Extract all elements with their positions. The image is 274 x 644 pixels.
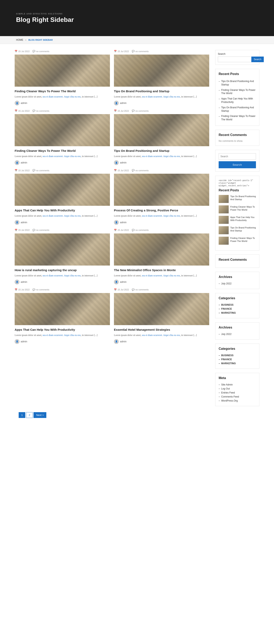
search-row: Search: [218, 56, 257, 62]
recent-post-link[interactable]: Finding Cleaner Ways To Power The World: [221, 114, 256, 121]
excerpt-link[interactable]: sea ei diam ocurreret. Atqui clita eu eo…: [142, 95, 180, 98]
post-title-link[interactable]: Apps That Can Help You With Productivity: [15, 328, 75, 331]
category-link-2[interactable]: MARKETING: [221, 362, 236, 365]
next-page-button[interactable]: Next >: [34, 412, 46, 418]
recent-post-link[interactable]: Finding Cleaner Ways To Power The World: [221, 88, 256, 95]
post-image: [15, 174, 110, 206]
post-meta: 📅 15 Jul 2022 💬 no comments: [15, 169, 110, 172]
post-title-link[interactable]: Finding Cleaner Ways To Power The World: [15, 90, 76, 93]
post-card: 📅 15 Jul 2022 💬 no comments Apps That Ca…: [15, 169, 110, 225]
excerpt-link[interactable]: sea ei diam ocurreret. Atqui clita eu eo…: [142, 214, 180, 217]
search-input[interactable]: [218, 56, 251, 62]
post-title-link[interactable]: Essential Hotel Management Strategies: [114, 328, 170, 331]
archive-link-2[interactable]: July 2022: [221, 333, 232, 336]
categories-title: Categories: [219, 296, 256, 300]
post-title: Tips On Brand Positioning and Startup: [114, 89, 209, 93]
post-image: [15, 234, 110, 266]
widget-post-link[interactable]: Tips On Brand Positioning And Startup: [230, 195, 256, 200]
comment-icon: 💬: [132, 288, 134, 291]
comment-icon: 💬: [32, 110, 35, 112]
excerpt-link[interactable]: sea ei diam ocurreret. Atqui clita eu eo…: [42, 274, 81, 277]
meta-list: Site AdminLog OutEntries FeedComments Fe…: [219, 383, 256, 403]
excerpt-link[interactable]: sea ei diam ocurreret. Atqui clita eu eo…: [42, 214, 81, 217]
post-image: [114, 54, 209, 87]
page-2-button[interactable]: 2: [26, 412, 33, 418]
excerpt-link[interactable]: sea ei diam ocurreret. Atqui clita eu eo…: [142, 274, 180, 277]
search-button[interactable]: Search: [251, 56, 264, 62]
breadcrumb-home[interactable]: HOME: [16, 38, 23, 41]
recent-post-link[interactable]: Tips On Brand Positioning And Startup: [221, 106, 256, 113]
search-button-2[interactable]: Search: [219, 161, 256, 168]
avatar: 👤: [15, 101, 20, 106]
excerpt-link[interactable]: sea ei diam ocurreret. Atqui clita eu eo…: [42, 155, 81, 158]
post-excerpt: Lorem ipsum dolor sit amet, sea ei diam …: [15, 214, 110, 218]
category-link-2[interactable]: BUSINESS: [221, 354, 234, 357]
archive-link[interactable]: July 2022: [221, 282, 232, 285]
page-1-button[interactable]: 1: [19, 412, 25, 418]
post-date: 📅 15 Jul 2022: [114, 229, 129, 232]
post-title-link[interactable]: Apps That Can Help You With Productivity: [15, 208, 75, 212]
avatar: 👤: [15, 160, 20, 165]
post-card: 📅 15 Jul 2022 💬 no comments Finding Clea…: [15, 50, 110, 106]
post-title-link[interactable]: Process Of Creating a Strong, Positive P…: [114, 208, 178, 212]
post-excerpt: Lorem ipsum dolor sit amet, sea ei diam …: [15, 154, 110, 158]
category-link[interactable]: MARKETING: [221, 312, 236, 314]
post-title: Finding Cleaner Ways To Power The World: [15, 148, 110, 153]
comment-icon: 💬: [32, 169, 35, 172]
post-author: 👤 admin: [15, 339, 110, 344]
breadcrumb: HOME » BLOG RIGHT SIDEBAR: [0, 36, 274, 44]
calendar-icon: 📅: [15, 288, 18, 291]
category-link[interactable]: FINANCE: [221, 308, 232, 310]
post-image: [15, 54, 110, 87]
post-card: 📅 15 Jul 2022 💬 no comments Tips On Bran…: [114, 50, 209, 106]
calendar-icon: 📅: [15, 169, 18, 172]
avatar: 👤: [114, 220, 119, 225]
post-excerpt: Lorem ipsum dolor sit amet, sea ei diam …: [114, 154, 209, 158]
post-title-link[interactable]: The New Minimalist Office Spaces in Mont…: [114, 268, 176, 272]
search-input-2[interactable]: [219, 153, 256, 160]
meta-link[interactable]: Comments Feed: [221, 395, 239, 398]
widget-post-link[interactable]: Finding Cleaner Ways To Power The World: [230, 206, 255, 211]
recent-comments-widget: Recent Comments No comments to show.: [215, 130, 259, 146]
excerpt-link[interactable]: sea ei diam ocurreret. Atqui clita eu eo…: [142, 155, 180, 158]
post-author: 👤 admin: [114, 101, 209, 106]
widget-post-title: Finding Cleaner Ways To Power The World: [230, 237, 256, 243]
comment-icon: 💬: [32, 50, 35, 52]
post-date: 📅 15 Jul 2022: [114, 50, 129, 52]
recent-post-link[interactable]: Apps That Can Help You With Productivity: [221, 97, 256, 104]
post-date: 📅 15 Jul 2022: [114, 288, 129, 291]
avatar: 👤: [15, 339, 20, 344]
categories-list: BUSINESSFINANCEMARKETING: [219, 303, 256, 315]
excerpt-link[interactable]: sea ei diam ocurreret. Atqui clita eu eo…: [42, 95, 81, 98]
meta-link[interactable]: WordPress.Org: [221, 399, 238, 402]
post-excerpt: Lorem ipsum dolor sit amet, sea ei diam …: [114, 333, 209, 337]
post-comments: 💬 no comments: [132, 110, 149, 112]
meta-link[interactable]: Site Admin: [221, 383, 233, 386]
avatar: 👤: [114, 339, 119, 344]
widget-post-link[interactable]: Finding Cleaner Ways To Power The World: [230, 237, 255, 242]
recent-comments-widget-2: Recent Comments: [215, 254, 259, 268]
post-title-link[interactable]: Tips On Brand Positioning and Startup: [114, 90, 169, 93]
post-title: Tips On Brand Positioning and Startup: [114, 148, 209, 153]
widget-post-link[interactable]: Apps That Can Help You With Productivity: [230, 216, 254, 222]
meta-link[interactable]: Log Out: [221, 387, 230, 390]
category-link-2[interactable]: FINANCE: [221, 358, 232, 361]
categories-title-2: Categories: [219, 347, 256, 350]
post-card: 📅 15 Jul 2022 💬 no comments Tips On Bran…: [114, 110, 209, 165]
excerpt-link[interactable]: sea ei diam ocurreret. Atqui clita eu eo…: [142, 334, 180, 336]
post-meta: 📅 15 Jul 2022 💬 no comments: [15, 50, 110, 52]
comment-icon: 💬: [132, 50, 134, 52]
widget-post-link[interactable]: Tips On Brand Positioning And Startup: [230, 226, 256, 232]
meta-link[interactable]: Entries Feed: [221, 391, 235, 394]
post-comments: 💬 no comments: [32, 110, 49, 112]
excerpt-link[interactable]: sea ei diam ocurreret. Atqui clita eu eo…: [42, 334, 81, 336]
post-title-link[interactable]: Finding Cleaner Ways To Power The World: [15, 149, 76, 152]
archives-widget-2: Archives July 2022: [215, 322, 259, 340]
recent-post-link[interactable]: Tips On Brand Positioning And Startup: [221, 80, 256, 86]
post-title-link[interactable]: Tips On Brand Positioning and Startup: [114, 149, 169, 152]
post-title-link[interactable]: How is rural marketing capturing the unc…: [15, 268, 76, 272]
recent-comments-title: Recent Comments: [219, 133, 256, 137]
post-meta: 📅 15 Jul 2022 💬 no comments: [114, 288, 209, 291]
calendar-icon: 📅: [114, 169, 117, 172]
category-link[interactable]: BUSINESS: [221, 304, 234, 306]
